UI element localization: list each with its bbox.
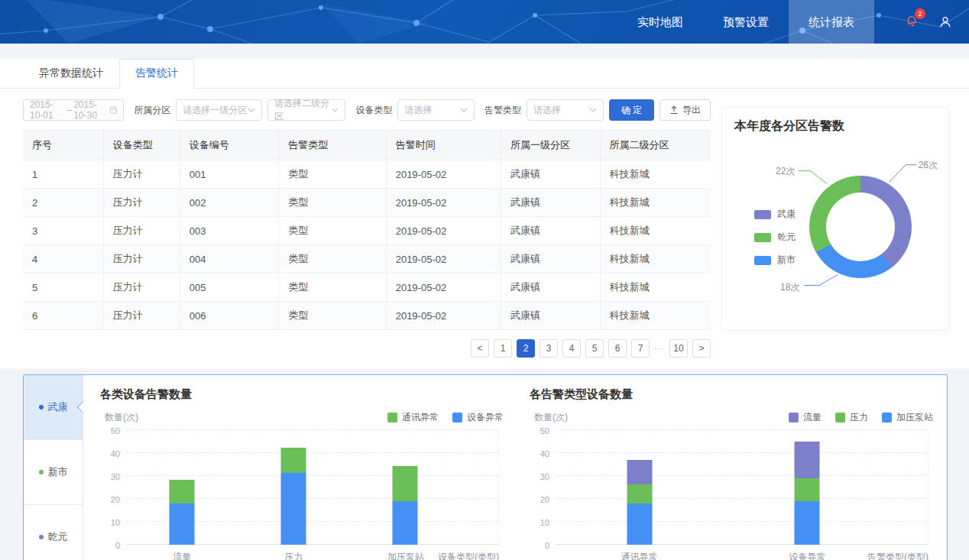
table-row[interactable]: 1压力计001类型2019-05-02武康镇科技新城: [23, 160, 711, 189]
bar-segment: [794, 442, 819, 478]
table-cell: 科技新城: [600, 160, 711, 189]
y-tick-label: 30: [100, 472, 120, 481]
legend-swatch: [452, 413, 462, 422]
table-row[interactable]: 6压力计006类型2019-05-02武康镇科技新城: [23, 302, 711, 330]
device-type-label: 设备类型: [355, 104, 392, 117]
bar-segment: [627, 460, 652, 484]
y-axis-label: 数量(次): [534, 411, 568, 424]
legend-label: 乾元: [777, 231, 796, 244]
page-button[interactable]: 4: [562, 339, 581, 358]
device-type-select[interactable]: 请选择: [397, 99, 475, 121]
region-level1-select[interactable]: 请选择一级分区: [176, 99, 262, 121]
export-button[interactable]: 导出: [660, 99, 711, 121]
statistics-section: 异常数据统计告警统计 2015-10-01 – 2015-10-30: [0, 59, 969, 368]
bar-segment: [393, 501, 418, 545]
gridline: [556, 475, 928, 476]
bar-segment: [170, 503, 195, 545]
page-button[interactable]: 7: [631, 339, 650, 358]
gridline: [556, 429, 928, 430]
nav-item[interactable]: 预警设置: [703, 0, 789, 44]
x-category-label: 设备异常: [789, 551, 825, 560]
donut-callout-label: 18次: [780, 281, 799, 294]
gridline: [556, 498, 928, 499]
nav-item[interactable]: 实时地图: [617, 0, 703, 44]
table-row[interactable]: 4压力计004类型2019-05-02武康镇科技新城: [23, 245, 711, 274]
table-cell: 2019-05-02: [386, 160, 501, 189]
y-tick-label: 30: [530, 472, 549, 481]
top-nav: 实时地图预警设置统计报表 2: [0, 0, 969, 44]
y-tick-label: 20: [530, 495, 549, 504]
legend-label: 加压泵站: [896, 411, 933, 424]
stacked-bar: [794, 442, 819, 545]
donut-chart: [809, 176, 912, 278]
region-tab[interactable]: 乾元: [24, 505, 83, 560]
plot-area: 01020304050: [126, 430, 499, 545]
legend-swatch: [387, 413, 397, 422]
table-cell: 类型: [279, 302, 386, 330]
table-cell: 001: [180, 160, 279, 189]
y-tick-label: 40: [530, 449, 549, 458]
donut-chart-area: 武康乾元新市 26次 22次 18次: [734, 141, 936, 329]
table-cell: 类型: [279, 189, 386, 217]
x-category-label: 通讯异常: [621, 551, 658, 560]
page-button[interactable]: 6: [608, 339, 627, 358]
tab[interactable]: 异常数据统计: [23, 59, 119, 88]
nav-item[interactable]: 统计报表: [789, 0, 874, 44]
bar-segment: [627, 503, 652, 545]
bar-segment: [794, 478, 819, 501]
date-start: 2015-10-01: [30, 99, 65, 121]
region-level2-select[interactable]: 请选择二级分区: [267, 99, 345, 121]
table-cell: 武康镇: [501, 160, 600, 189]
legend-label: 新市: [777, 254, 796, 267]
region-dot: [39, 535, 44, 539]
legend-item: 新市: [754, 254, 796, 267]
alarm-type-select[interactable]: 请选择: [527, 99, 604, 121]
bar-segment: [627, 484, 652, 504]
confirm-button[interactable]: 确 定: [609, 99, 654, 121]
select-placeholder: 请选择: [404, 104, 432, 117]
column-header: 告警类型: [279, 131, 386, 160]
legend-label: 流量: [803, 411, 822, 424]
table-cell: 6: [23, 302, 103, 330]
table-cell: 2019-05-02: [386, 217, 501, 245]
date-range-picker[interactable]: 2015-10-01 – 2015-10-30: [23, 99, 124, 121]
user-icon[interactable]: [938, 15, 952, 29]
region-tab[interactable]: 武康: [24, 375, 83, 440]
legend-item: 压力: [835, 411, 868, 424]
legend-item: 流量: [789, 411, 822, 424]
donut-chart-title: 本年度各分区告警数: [734, 118, 936, 134]
table-cell: 类型: [279, 160, 386, 189]
table-cell: 3: [23, 217, 103, 245]
alarm-table: 序号设备类型设备编号告警类型告警时间所属一级分区所属二级分区 1压力计001类型…: [23, 130, 711, 330]
table-row[interactable]: 5压力计005类型2019-05-02武康镇科技新城: [23, 274, 711, 302]
upload-icon: [669, 105, 679, 115]
x-axis-label: 设备类型(类型): [438, 551, 499, 560]
page-button[interactable]: 10: [669, 339, 688, 358]
chart-legend: 通讯异常设备异常: [387, 411, 504, 424]
legend-label: 通讯异常: [402, 411, 439, 424]
notifications-button[interactable]: 2: [905, 14, 919, 31]
charts-row: 各类设备告警数量 数量(次) 通讯异常设备异常 01020304050 设备类型…: [83, 375, 947, 560]
page-button[interactable]: 2: [517, 339, 535, 358]
bar-segment: [393, 466, 418, 502]
page-button[interactable]: 1: [494, 339, 512, 358]
prev-page-button[interactable]: <: [471, 339, 489, 358]
legend-item: 通讯异常: [387, 411, 439, 424]
tab[interactable]: 告警统计: [119, 59, 194, 89]
gridline: [556, 521, 928, 522]
table-row[interactable]: 3压力计003类型2019-05-02武康镇科技新城: [23, 217, 711, 245]
next-page-button[interactable]: >: [692, 339, 711, 358]
page-button[interactable]: 5: [585, 339, 604, 358]
device-alarm-chart: 各类设备告警数量 数量(次) 通讯异常设备异常 01020304050 设备类型…: [100, 387, 504, 560]
table-cell: 武康镇: [501, 245, 600, 274]
table-cell: 科技新城: [600, 217, 711, 245]
chart-legend: 流量压力加压泵站: [789, 411, 933, 424]
table-row[interactable]: 2压力计002类型2019-05-02武康镇科技新城: [23, 189, 711, 217]
select-placeholder: 请选择二级分区: [274, 97, 332, 123]
stacked-bar: [627, 460, 652, 545]
page-button[interactable]: 3: [540, 339, 558, 358]
nav-menu: 实时地图预警设置统计报表: [617, 0, 874, 44]
alarm-type-label: 告警类型: [484, 104, 521, 117]
region-tab[interactable]: 新市: [24, 440, 83, 505]
column-header: 告警时间: [386, 131, 501, 160]
